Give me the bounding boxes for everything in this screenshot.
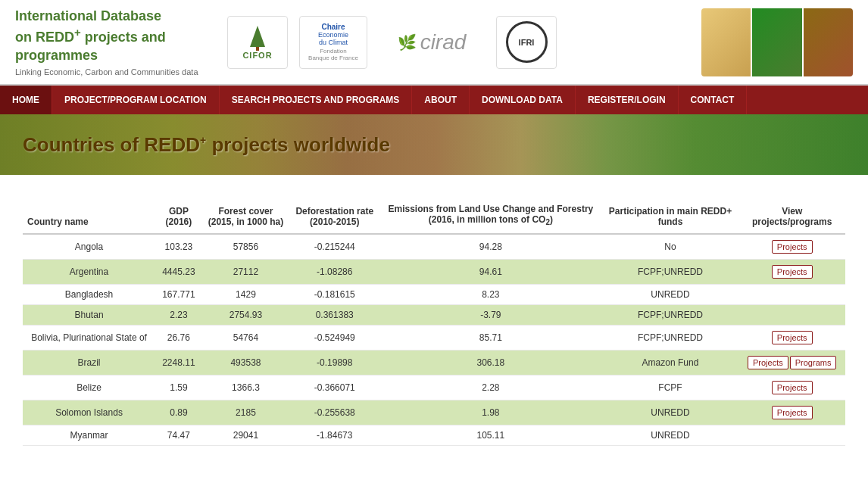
- col-view: Viewprojects/programs: [738, 198, 845, 233]
- subtitle-text: Linking Economic, Carbon and Communities…: [15, 67, 212, 76]
- col-deforestation: Deforestation rate(2010-2015): [289, 198, 379, 233]
- svg-marker-0: [250, 26, 265, 47]
- table-cell: 2.23: [155, 304, 202, 325]
- main-content: Country name GDP(2016) Forest cover(2015…: [0, 175, 868, 460]
- projects-button[interactable]: Projects: [772, 265, 813, 279]
- table-cell: FCPF;UNREDD: [602, 304, 739, 325]
- nav-home[interactable]: HOME: [0, 86, 52, 114]
- nav-about[interactable]: ABOUT: [412, 86, 470, 114]
- table-cell: 0.89: [155, 400, 202, 425]
- hero-banner: Countries of REDD+ projects worldwide: [0, 114, 868, 175]
- table-cell: -1.84673: [289, 425, 379, 445]
- table-cell: 94.61: [379, 259, 601, 284]
- hero-title: Countries of REDD+ projects worldwide: [23, 133, 390, 157]
- page-header: International Database on REDD+ projects…: [0, 0, 868, 86]
- table-cell: 8.23: [379, 284, 601, 304]
- table-cell: 167.771: [155, 284, 202, 304]
- table-cell: Belize: [23, 375, 155, 400]
- nav-register[interactable]: REGISTER/LOGIN: [576, 86, 679, 114]
- table-cell: 26.76: [155, 325, 202, 350]
- table-cell: -1.08286: [289, 259, 379, 284]
- table-row: Brazil2248.11493538-0.19898306.18Amazon …: [23, 350, 845, 375]
- table-cell: 54764: [202, 325, 290, 350]
- ifri-logo: IFRI: [496, 16, 557, 69]
- table-cell: 85.71: [379, 325, 601, 350]
- table-cell: 2248.11: [155, 350, 202, 375]
- chaire-logo: Chaire Economie du Climat FondationBanqu…: [299, 16, 367, 69]
- table-cell: UNREDD: [602, 284, 739, 304]
- table-cell: 4445.23: [155, 259, 202, 284]
- table-cell: -0.255638: [289, 400, 379, 425]
- table-cell-buttons: ProjectsPrograms: [738, 350, 845, 375]
- projects-button[interactable]: Projects: [748, 356, 788, 369]
- table-cell: FCPF: [602, 375, 739, 400]
- table-cell: Bolivia, Plurinational State of: [23, 325, 155, 350]
- table-cell: -0.524949: [289, 325, 379, 350]
- table-row: Solomon Islands0.892185-0.2556381.98UNRE…: [23, 400, 845, 425]
- programs-button[interactable]: Programs: [790, 356, 837, 369]
- table-cell-buttons: Projects: [738, 375, 845, 400]
- projects-button[interactable]: Projects: [772, 381, 813, 394]
- title-text: International Database on REDD+ projects…: [15, 8, 212, 64]
- table-row: Bolivia, Plurinational State of26.765476…: [23, 325, 845, 350]
- table-cell-buttons: Projects: [738, 234, 845, 260]
- table-cell: -0.366071: [289, 375, 379, 400]
- table-row: Belize1.591366.3-0.3660712.28FCPFProject…: [23, 375, 845, 400]
- col-forest: Forest cover(2015, in 1000 ha): [202, 198, 290, 233]
- table-cell: Brazil: [23, 350, 155, 375]
- projects-button[interactable]: Projects: [772, 240, 813, 254]
- nav-download[interactable]: DOWNLOAD DATA: [470, 86, 576, 114]
- cirad-leaf-icon: 🌿: [398, 33, 417, 51]
- table-cell: UNREDD: [602, 425, 739, 445]
- col-gdp: GDP(2016): [155, 198, 202, 233]
- table-row: Bangladesh167.7711429-0.1816158.23UNREDD: [23, 284, 845, 304]
- table-cell: -3.79: [379, 304, 601, 325]
- table-cell: 29041: [202, 425, 290, 445]
- table-cell: -0.215244: [289, 234, 379, 260]
- projects-button[interactable]: Projects: [772, 331, 813, 344]
- cifor-tree-icon: [246, 24, 269, 51]
- table-cell-buttons: Projects: [738, 400, 845, 425]
- nav-project-location[interactable]: PROJECT/PROGRAM LOCATION: [52, 86, 220, 114]
- table-row: Bhutan2.232754.930.361383-3.79FCPF;UNRED…: [23, 304, 845, 325]
- table-cell: No: [602, 234, 739, 260]
- table-cell: 306.18: [379, 350, 601, 375]
- projects-button[interactable]: Projects: [772, 406, 813, 419]
- cirad-wordmark: cirad: [420, 30, 467, 55]
- table-cell: 103.23: [155, 234, 202, 260]
- countries-table: Country name GDP(2016) Forest cover(2015…: [23, 198, 845, 445]
- table-cell: Solomon Islands: [23, 400, 155, 425]
- table-cell: 105.11: [379, 425, 601, 445]
- table-cell: 74.47: [155, 425, 202, 445]
- header-photos: [701, 8, 853, 76]
- table-cell-buttons: Projects: [738, 259, 845, 284]
- table-cell: Bangladesh: [23, 284, 155, 304]
- table-cell: Angola: [23, 234, 155, 260]
- table-row: Argentina4445.2327112-1.0828694.61FCPF;U…: [23, 259, 845, 284]
- cifor-logo: CIFOR: [227, 16, 288, 69]
- table-row: Angola103.2357856-0.21524494.28NoProject…: [23, 234, 845, 260]
- table-cell: FCPF;UNREDD: [602, 325, 739, 350]
- main-nav: HOME PROJECT/PROGRAM LOCATION SEARCH PRO…: [0, 86, 868, 114]
- table-cell: 2185: [202, 400, 290, 425]
- site-title: International Database on REDD+ projects…: [15, 8, 212, 76]
- table-cell: 57856: [202, 234, 290, 260]
- table-cell: 94.28: [379, 234, 601, 260]
- table-cell: Bhutan: [23, 304, 155, 325]
- table-cell: 2.28: [379, 375, 601, 400]
- table-cell: -0.181615: [289, 284, 379, 304]
- col-country: Country name: [23, 198, 155, 233]
- table-cell: 1429: [202, 284, 290, 304]
- ifri-circle-icon: IFRI: [506, 21, 548, 63]
- table-cell: 1.59: [155, 375, 202, 400]
- col-emissions: Emissions from Land Use Change and Fores…: [379, 198, 601, 233]
- table-cell: 1366.3: [202, 375, 290, 400]
- table-cell-buttons: [738, 425, 845, 445]
- table-cell: -0.19898: [289, 350, 379, 375]
- table-cell: Amazon Fund: [602, 350, 739, 375]
- nav-contact[interactable]: CONTACT: [679, 86, 748, 114]
- table-cell: 1.98: [379, 400, 601, 425]
- table-cell: 493538: [202, 350, 290, 375]
- nav-search[interactable]: SEARCH PROJECTS AND PROGRAMS: [220, 86, 413, 114]
- col-funds: Participation in main REDD+funds: [602, 198, 739, 233]
